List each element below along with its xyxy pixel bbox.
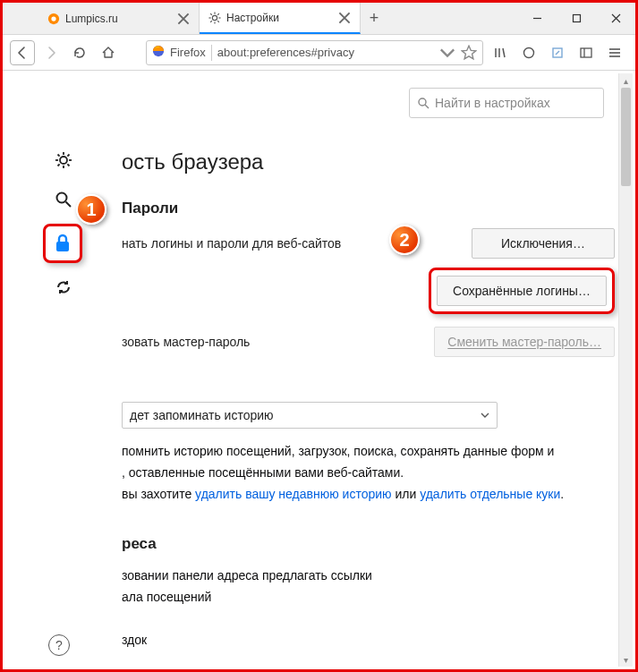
new-tab-button[interactable]: + [361,3,387,34]
menu-button[interactable] [601,40,628,65]
svg-line-30 [67,164,69,166]
separator [211,45,212,61]
firefox-icon [152,45,165,60]
titlebar: Lumpics.ru Настройки + [3,3,635,35]
svg-point-33 [57,193,67,203]
share-button[interactable] [544,40,571,65]
url-bar[interactable]: Firefox about:preferences#privacy [146,40,483,65]
tab-settings[interactable]: Настройки [200,3,361,34]
delete-cookies-link[interactable]: удалить отдельные куки [420,487,560,501]
minimize-button[interactable] [517,3,557,35]
maximize-button[interactable] [557,3,596,35]
saved-logins-button[interactable]: Сохранённые логины… [437,276,607,306]
close-icon[interactable] [338,12,351,24]
dropdown-icon[interactable] [439,45,455,61]
page-heading: ость браузера [122,149,615,174]
history-description: помнить историю посещений, загрузок, пои… [122,441,615,505]
svg-line-37 [425,105,429,108]
addresses-body: зовании панели адреса предлагать ссылки … [122,566,615,651]
svg-line-34 [66,202,72,208]
identity-label: Firefox [170,46,206,59]
change-master-button[interactable]: Сменить мастер-пароль… [434,327,615,357]
callout-marker-1: 1 [76,194,106,225]
svg-point-2 [212,15,217,20]
prefs-search-placeholder: Найти в настройках [435,96,550,110]
scroll-track[interactable] [619,88,633,652]
exceptions-button[interactable]: Исключения… [472,228,615,259]
svg-point-17 [524,47,534,57]
saved-logins-button-label: Сохранённые логины… [453,284,591,298]
sidebar-button[interactable] [573,40,600,65]
history-mode-select[interactable]: дет запоминать историю [122,402,498,429]
general-icon[interactable] [48,145,79,175]
svg-line-31 [67,155,69,157]
addresses-heading: реса [122,535,615,553]
saved-logins-highlight: Сохранённые логины… [429,268,615,314]
svg-point-36 [419,98,426,106]
gear-icon [208,12,221,24]
prefs-sidebar: ? [5,73,95,667]
svg-rect-19 [581,48,591,57]
master-password-label: зовать мастер-пароль [122,335,434,349]
svg-point-24 [60,157,67,164]
back-button[interactable] [10,40,35,65]
svg-rect-35 [56,242,69,251]
history-mode-value: дет запоминать историю [130,408,274,422]
change-master-button-label: Сменить мастер-пароль… [447,335,601,349]
help-icon[interactable]: ? [48,634,70,656]
svg-line-9 [217,13,219,15]
svg-line-29 [58,155,60,157]
prefs-search[interactable]: Найти в настройках [409,88,604,118]
scroll-up-icon[interactable]: ▴ [619,73,633,88]
svg-line-10 [210,21,212,22]
exceptions-button-label: Исключения… [501,236,585,251]
passwords-heading: Пароли [122,200,615,217]
close-button[interactable] [596,3,635,35]
svg-line-8 [217,21,219,22]
addon-button[interactable] [515,40,542,65]
library-button[interactable] [487,40,514,65]
privacy-icon[interactable] [43,224,82,263]
scroll-thumb[interactable] [621,88,631,186]
tabstrip: Lumpics.ru Настройки + [3,3,517,34]
search-pref-icon[interactable] [48,184,79,215]
svg-point-1 [51,16,55,21]
url-text: about:preferences#privacy [217,46,434,59]
tab-lumpics[interactable]: Lumpics.ru [38,3,200,34]
sync-icon[interactable] [48,272,79,302]
svg-line-16 [503,48,505,57]
svg-line-32 [58,164,60,166]
svg-rect-12 [573,15,580,22]
callout-marker-2: 2 [389,225,420,255]
favicon-lumpics [47,13,60,25]
home-button[interactable] [96,40,121,65]
tab-label: Настройки [226,12,333,24]
svg-line-7 [210,13,212,15]
delete-history-link[interactable]: удалить вашу недавнюю историю [195,487,391,501]
prefs-main: Найти в настройках ость браузера Пароли … [95,73,633,667]
scroll-down-icon[interactable]: ▾ [619,652,633,667]
bookmark-star-icon[interactable] [461,45,477,61]
window-controls [517,3,635,34]
reload-button[interactable] [67,40,92,65]
scrollbar[interactable]: ▴ ▾ [618,73,633,667]
close-icon[interactable] [177,13,190,25]
tab-label: Lumpics.ru [65,13,172,25]
navbar: Firefox about:preferences#privacy [3,35,635,71]
forward-button[interactable] [38,40,64,65]
